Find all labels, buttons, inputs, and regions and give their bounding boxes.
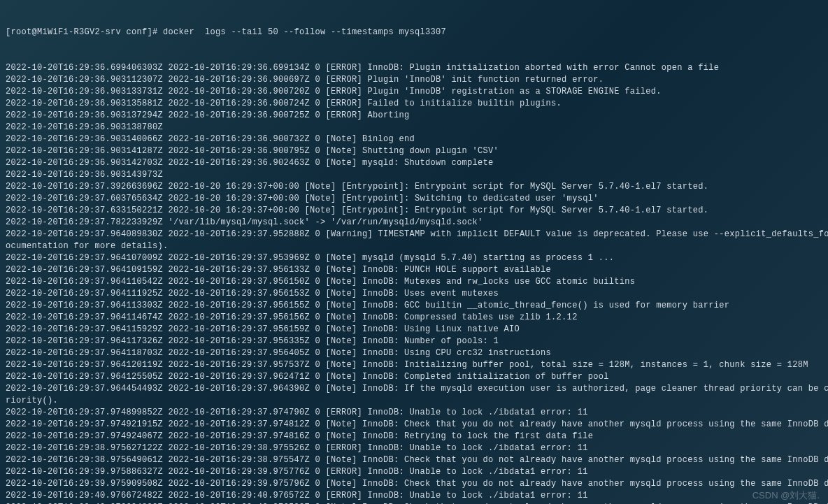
log-line: 2022-10-20T16:29:37.964113303Z 2022-10-2… (6, 300, 822, 312)
log-line: 2022-10-20T16:29:37.964089830Z 2022-10-2… (6, 229, 822, 240)
log-line: 2022-10-20T16:29:37.974924067Z 2022-10-2… (6, 431, 822, 442)
command-prompt: [root@MiWiFi-R3GV2-srv conf]# docker log… (6, 27, 822, 38)
log-line: 2022-10-20T16:29:37.964107009Z 2022-10-2… (6, 252, 822, 264)
log-line: 2022-10-20T16:29:36.903141287Z 2022-10-2… (6, 145, 822, 157)
log-line: 2022-10-20T16:29:37.964115929Z 2022-10-2… (6, 324, 822, 336)
log-line: 2022-10-20T16:29:37.392663696Z 2022-10-2… (6, 181, 822, 193)
log-line: 2022-10-20T16:29:37.603765634Z 2022-10-2… (6, 193, 822, 205)
log-line: 2022-10-20T16:29:38.975627122Z 2022-10-2… (6, 442, 822, 454)
log-line: 2022-10-20T16:29:37.964454493Z 2022-10-2… (6, 383, 822, 395)
log-line: 2022-10-20T16:29:37.974899852Z 2022-10-2… (6, 407, 822, 419)
log-lines-container: 2022-10-20T16:29:36.699406303Z 2022-10-2… (6, 62, 822, 504)
log-line: 2022-10-20T16:29:38.975649061Z 2022-10-2… (6, 454, 822, 466)
log-line: 2022-10-20T16:29:36.903140066Z 2022-10-2… (6, 134, 822, 145)
log-line: 2022-10-20T16:29:36.903112307Z 2022-10-2… (6, 74, 822, 86)
log-line: 2022-10-20T16:29:37.964114674Z 2022-10-2… (6, 312, 822, 324)
log-line: 2022-10-20T16:29:40.976672482Z 2022-10-2… (6, 490, 822, 502)
log-line: 2022-10-20T16:29:37.964111925Z 2022-10-2… (6, 288, 822, 300)
log-line: 2022-10-20T16:29:36.903143973Z (6, 169, 822, 181)
log-line: 2022-10-20T16:29:37.964117326Z 2022-10-2… (6, 336, 822, 347)
log-line: ocumentation for more details). (6, 240, 822, 252)
log-line: 2022-10-20T16:29:37.964109159Z 2022-10-2… (6, 264, 822, 276)
log-line: 2022-10-20T16:29:37.782233929Z '/var/lib… (6, 217, 822, 229)
log-line: 2022-10-20T16:29:39.975909508Z 2022-10-2… (6, 478, 822, 490)
log-line: 2022-10-20T16:29:36.903138780Z (6, 122, 822, 134)
log-line: 2022-10-20T16:29:36.903133731Z 2022-10-2… (6, 86, 822, 98)
terminal-output[interactable]: [root@MiWiFi-R3GV2-srv conf]# docker log… (6, 3, 822, 504)
log-line: 2022-10-20T16:29:36.903142703Z 2022-10-2… (6, 157, 822, 169)
log-line: 2022-10-20T16:29:37.964110542Z 2022-10-2… (6, 276, 822, 288)
log-line: 2022-10-20T16:29:37.964120119Z 2022-10-2… (6, 359, 822, 371)
log-line: 2022-10-20T16:29:36.699406303Z 2022-10-2… (6, 62, 822, 74)
log-line: 2022-10-20T16:29:37.974921915Z 2022-10-2… (6, 419, 822, 431)
log-line: riority(). (6, 395, 822, 407)
log-line: 2022-10-20T16:29:39.975886327Z 2022-10-2… (6, 466, 822, 478)
log-line: 2022-10-20T16:29:37.633150221Z 2022-10-2… (6, 205, 822, 217)
watermark: CSDN @刘大猫. (752, 489, 820, 501)
log-line: 2022-10-20T16:29:37.964125505Z 2022-10-2… (6, 371, 822, 383)
log-line: 2022-10-20T16:29:36.903137294Z 2022-10-2… (6, 110, 822, 122)
log-line: 2022-10-20T16:29:37.964118703Z 2022-10-2… (6, 347, 822, 359)
log-line: 2022-10-20T16:29:36.903135881Z 2022-10-2… (6, 98, 822, 110)
